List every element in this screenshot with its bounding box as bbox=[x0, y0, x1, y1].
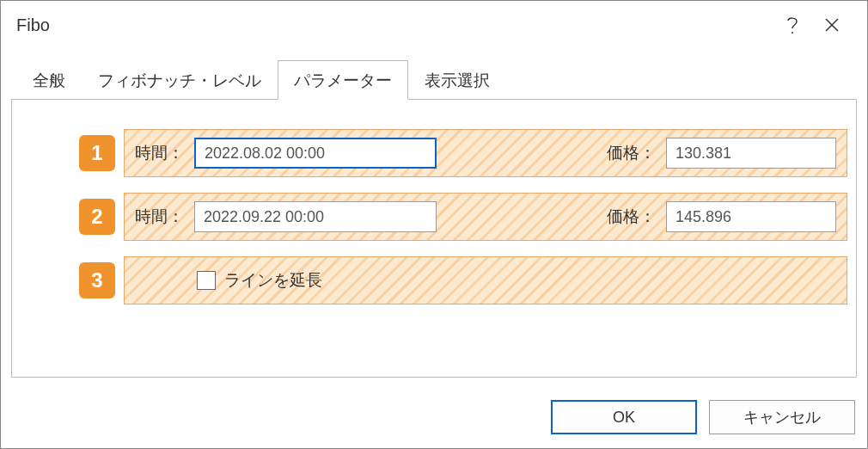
dialog-window: Fibo 全般 フィボナッチ・レベル パラメーター 表示選択 bbox=[0, 0, 868, 449]
row-badge-2: 2 bbox=[79, 199, 115, 235]
tab-general[interactable]: 全般 bbox=[16, 60, 82, 100]
highlight-row-3: ラインを延長 bbox=[124, 256, 847, 304]
tab-levels[interactable]: フィボナッチ・レベル bbox=[82, 60, 278, 100]
time-input-2[interactable] bbox=[194, 201, 437, 232]
price-label-1: 価格： bbox=[607, 142, 656, 164]
time-input-1[interactable] bbox=[194, 138, 437, 169]
parameter-row-1: 1 時間： 価格： bbox=[21, 129, 847, 177]
tab-strip: 全般 フィボナッチ・レベル パラメーター 表示選択 bbox=[11, 59, 857, 99]
close-button[interactable] bbox=[812, 1, 852, 49]
tab-display[interactable]: 表示選択 bbox=[408, 60, 506, 100]
button-bar: OK キャンセル bbox=[1, 388, 867, 448]
client-area: 全般 フィボナッチ・レベル パラメーター 表示選択 1 時間： 価格： bbox=[1, 49, 867, 388]
extend-line-label: ラインを延長 bbox=[224, 269, 322, 292]
tab-parameters[interactable]: パラメーター bbox=[278, 60, 408, 100]
parameter-row-2: 2 時間： 価格： bbox=[21, 193, 847, 241]
help-button[interactable] bbox=[773, 1, 812, 49]
time-label-2: 時間： bbox=[135, 206, 184, 228]
help-icon bbox=[785, 15, 800, 35]
highlight-row-2: 時間： 価格： bbox=[124, 193, 847, 241]
ok-button[interactable]: OK bbox=[551, 400, 697, 434]
price-input-1[interactable] bbox=[666, 138, 836, 169]
tab-panel-parameters: 1 時間： 価格： 2 時間： 価 bbox=[11, 99, 857, 378]
close-icon bbox=[823, 16, 840, 34]
extend-line-checkbox[interactable] bbox=[197, 271, 216, 290]
titlebar: Fibo bbox=[1, 1, 867, 49]
svg-point-0 bbox=[792, 32, 793, 34]
price-input-2[interactable] bbox=[666, 201, 836, 232]
highlight-row-1: 時間： 価格： bbox=[124, 129, 847, 177]
cancel-button[interactable]: キャンセル bbox=[709, 400, 855, 434]
window-title: Fibo bbox=[16, 15, 50, 35]
row-badge-1: 1 bbox=[79, 135, 115, 171]
row-badge-3: 3 bbox=[79, 262, 115, 298]
parameter-row-3: 3 ラインを延長 bbox=[21, 256, 847, 304]
price-label-2: 価格： bbox=[607, 206, 656, 228]
time-label-1: 時間： bbox=[135, 142, 184, 164]
